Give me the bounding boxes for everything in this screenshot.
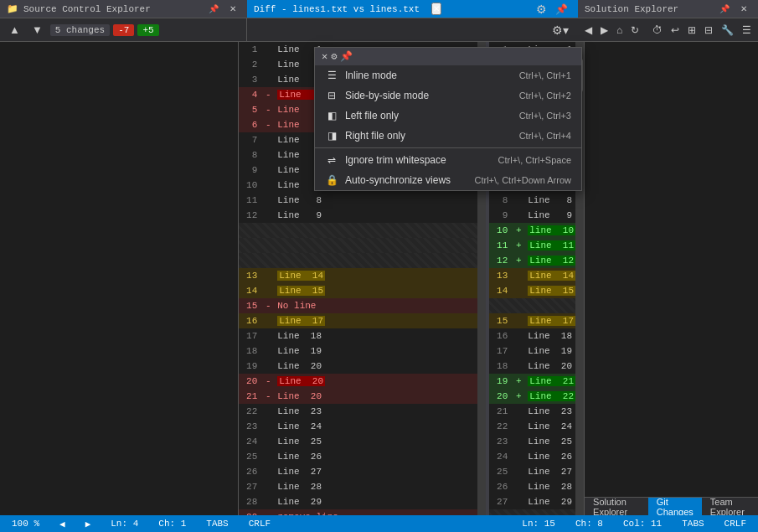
line-content: Line 8 [274, 195, 477, 205]
nav-up-btn[interactable]: ▲ [5, 21, 24, 39]
line-content: Line 20 [524, 361, 575, 371]
line-content: Line 21 [524, 376, 575, 386]
rt-forward-btn[interactable]: ▶ [597, 22, 611, 39]
menu-item-side-by-side[interactable]: ⊟ Side-by-side mode Ctrl+\, Ctrl+2 [315, 85, 581, 106]
line-number: 20 [489, 391, 513, 401]
menu-item-icon-inline: ☰ [325, 70, 338, 81]
menu-items: ☰ Inline mode Ctrl+\, Ctrl+1 ⊟ Side-by-s… [315, 65, 581, 190]
bottom-tab-git-changes[interactable]: Git Changes [648, 498, 702, 515]
line-number: 12 [239, 210, 262, 220]
line-number: 16 [239, 316, 262, 326]
source-control-content [0, 42, 238, 515]
rt-refresh-btn[interactable]: ↻ [627, 22, 642, 39]
line-number: 15 [489, 316, 513, 326]
menu-settings-icon[interactable]: ⚙ [331, 50, 337, 63]
menu-item-auto-sync[interactable]: 🔒 Auto-synchronize views Ctrl+\, Ctrl+Do… [315, 170, 581, 190]
close-source-btn[interactable]: ✕ [225, 2, 240, 16]
rt-undo-btn[interactable]: ↩ [668, 22, 683, 39]
menu-pin-icon[interactable]: 📌 [340, 50, 353, 63]
line-number: 18 [239, 346, 262, 356]
menu-item-left-only[interactable]: ◧ Left file only Ctrl+\, Ctrl+3 [315, 106, 581, 126]
center-toolbar: ⚙▾ [247, 18, 578, 42]
diff-tab[interactable]: Diff - lines1.txt vs lines.txt ✕ ⚙ 📌 [247, 0, 578, 18]
diff-line-row: 21-Line 20 [239, 389, 477, 404]
diff-line-row: 26Line 28 [489, 479, 575, 494]
zoom-level: 100 % [7, 519, 44, 529]
solution-explorer-label: Solution Explorer [585, 4, 678, 14]
line-content: Line 20 [274, 391, 477, 401]
pin-btn[interactable]: 📌 [204, 2, 223, 16]
rt-wrench-btn[interactable]: 🔧 [718, 22, 737, 39]
line-number: 23 [239, 421, 262, 431]
sol-close-btn[interactable]: ✕ [736, 2, 751, 16]
line-content: Line 15 [274, 286, 477, 296]
line-number: 20 [239, 376, 262, 386]
line-content: Line 20 [274, 361, 477, 371]
rt-menu-btn[interactable]: ☰ [739, 22, 755, 39]
line-content: Line 24 [524, 421, 575, 431]
line-marker: - [262, 120, 274, 130]
menu-item-icon-side-by-side: ⊟ [325, 90, 338, 101]
diff-line-row: 12Line 9 [239, 208, 477, 223]
line-number: 12 [489, 256, 513, 266]
menu-item-icon-auto-sync: 🔒 [325, 174, 338, 186]
left-arrow-status[interactable]: ◀ [54, 519, 70, 529]
right-toolbar: ◀ ▶ ⌂ ↻ ⏱ ↩ ⊞ ⊟ 🔧 ☰ [578, 18, 758, 42]
rt-home-btn[interactable]: ⌂ [613, 22, 626, 39]
menu-item-label-left-only: Left file only [345, 110, 513, 121]
diff-pin-icon[interactable]: 📌 [552, 1, 571, 18]
line-number: 21 [239, 391, 262, 401]
line-number: 11 [239, 195, 262, 205]
line-marker: + [513, 391, 524, 401]
gear-btn[interactable]: ⚙▾ [548, 21, 573, 39]
menu-item-label-right-only: Right file only [345, 130, 513, 142]
menu-item-right-only[interactable]: ◨ Right file only Ctrl+\, Ctrl+4 [315, 126, 581, 146]
menu-item-inline[interactable]: ☰ Inline mode Ctrl+\, Ctrl+1 [315, 65, 581, 85]
rt-timer-btn[interactable]: ⏱ [649, 22, 666, 39]
removed-badge: -7 [113, 24, 134, 36]
col-status: Col: 11 [618, 519, 667, 529]
line-number: 27 [489, 497, 513, 507]
line-number: 21 [489, 406, 513, 416]
diff-line-row: 24Line 26 [489, 449, 575, 464]
status-bar: 100 % ◀ ▶ Ln: 4 Ch: 1 TABS CRLF Ln: 15 C… [0, 515, 758, 532]
left-panel [0, 42, 239, 515]
bottom-tab-solution-explorer[interactable]: Solution Explorer [585, 498, 648, 515]
diff-close-btn[interactable]: ✕ [431, 3, 441, 15]
line-number: 2 [239, 59, 262, 70]
line-content: Line 19 [274, 346, 477, 356]
bottom-tabs: Solution ExplorerGit ChangesTeam Explore… [585, 497, 758, 515]
line-number: 25 [239, 452, 262, 462]
solution-explorer-title: Solution Explorer 📌 ✕ [578, 0, 758, 18]
source-control-label: Source Control Explorer [23, 4, 151, 14]
menu-item-label-inline: Inline mode [345, 70, 513, 81]
rt-back-btn[interactable]: ◀ [581, 22, 596, 39]
line-number: 23 [489, 436, 513, 447]
line-content: Line 14 [274, 271, 477, 281]
diff-line-row: 27Line 28 [239, 479, 477, 494]
diff-line-row: 11+Line 11 [489, 238, 575, 253]
line-content: Line 29 [524, 497, 575, 507]
diff-line-row: 17Line 18 [239, 328, 477, 343]
line-number: 10 [239, 180, 262, 190]
rt-layout2-btn[interactable]: ⊟ [701, 22, 716, 39]
bottom-tab-team-explorer[interactable]: Team Explorer [702, 498, 758, 515]
line-content: Line 27 [524, 467, 575, 477]
menu-item-icon-trim-ws: ⇌ [325, 154, 338, 166]
diff-line-row: 9Line 9 [489, 208, 575, 223]
menu-item-shortcut-right-only: Ctrl+\, Ctrl+4 [519, 131, 571, 141]
line-marker: - [262, 376, 274, 386]
rt-layout-btn[interactable]: ⊞ [684, 22, 699, 39]
menu-header: ✕ ⚙ 📌 [315, 48, 581, 65]
left-toolbar: ▲ ▼ 5 changes -7 +5 [0, 18, 247, 42]
added-badge: +5 [137, 24, 158, 36]
menu-close-icon[interactable]: ✕ [322, 50, 327, 63]
menu-item-shortcut-inline: Ctrl+\, Ctrl+1 [519, 70, 571, 80]
diff-line-row: 16Line 18 [489, 328, 575, 343]
nav-down-btn[interactable]: ▼ [28, 21, 47, 39]
sol-pin-btn[interactable]: 📌 [715, 2, 734, 16]
right-arrow-status[interactable]: ▶ [80, 519, 96, 529]
diff-settings-icon[interactable]: ⚙ [533, 1, 550, 18]
menu-item-label-auto-sync: Auto-synchronize views [345, 174, 467, 186]
menu-item-trim-ws[interactable]: ⇌ Ignore trim whitespace Ctrl+\, Ctrl+Sp… [315, 150, 581, 170]
